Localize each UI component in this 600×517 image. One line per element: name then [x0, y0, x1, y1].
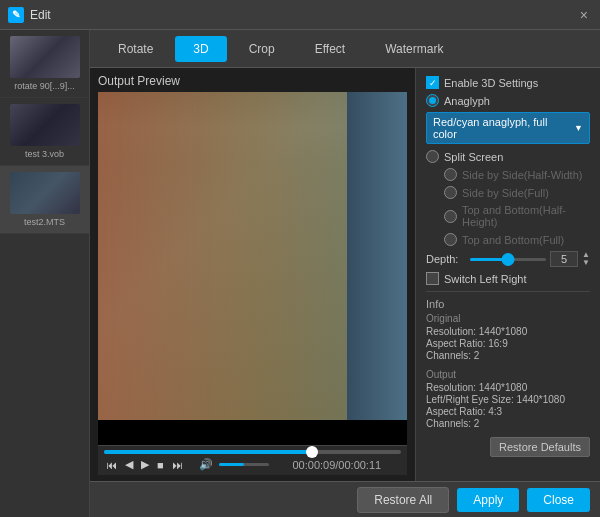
anaglyph-option-text: Red/cyan anaglyph, full color [433, 116, 574, 140]
progress-track[interactable] [104, 450, 401, 454]
original-subtitle: Original [426, 313, 590, 324]
side-full-label: Side by Side(Full) [462, 187, 549, 199]
settings-panel: Enable 3D Settings Anaglyph Red/cyan ana… [415, 68, 600, 481]
preview-label: Output Preview [98, 74, 407, 88]
sidebar-item-1[interactable]: test 3.vob [0, 98, 89, 166]
play-button[interactable]: ▶ [139, 458, 151, 471]
stop-button[interactable]: ■ [155, 459, 166, 471]
output-resolution: Resolution: 1440*1080 [426, 382, 590, 393]
anaglyph-dropdown[interactable]: Red/cyan anaglyph, full color ▼ [426, 112, 590, 144]
switch-lr-label: Switch Left Right [444, 273, 527, 285]
split-screen-radio[interactable] [426, 150, 439, 163]
title-bar: ✎ Edit × [0, 0, 600, 30]
output-aspect: Aspect Ratio: 4:3 [426, 406, 590, 417]
anaglyph-radio[interactable] [426, 94, 439, 107]
content-area: Rotate 3D Crop Effect Watermark Output P… [90, 30, 600, 517]
app-icon: ✎ [8, 7, 24, 23]
spin-down-button[interactable]: ▼ [582, 259, 590, 267]
sidebar-label-1: test 3.vob [4, 149, 85, 159]
enable-3d-row: Enable 3D Settings [426, 76, 590, 89]
tab-3d[interactable]: 3D [175, 36, 226, 62]
anaglyph-row: Anaglyph [426, 94, 590, 107]
depth-thumb [502, 253, 515, 266]
volume-track[interactable] [219, 463, 269, 466]
sidebar: rotate 90[...9]... test 3.vob test2.MTS [0, 30, 90, 517]
anaglyph-label: Anaglyph [444, 95, 490, 107]
thumb-1 [10, 104, 80, 146]
switch-lr-row: Switch Left Right [426, 272, 590, 285]
tab-crop[interactable]: Crop [231, 36, 293, 62]
divider-1 [426, 291, 590, 292]
enable-3d-checkbox[interactable] [426, 76, 439, 89]
preview-panel: Output Preview [90, 68, 415, 481]
anaglyph-overlay [98, 92, 407, 445]
top-half-row: Top and Bottom(Half-Height) [426, 204, 590, 228]
depth-spin: ▲ ▼ [582, 251, 590, 267]
top-half-radio[interactable] [444, 210, 457, 223]
side-half-row: Side by Side(Half-Width) [426, 168, 590, 181]
restore-defaults-container: Restore Defaults [426, 437, 590, 463]
thumb-image-2 [10, 172, 80, 214]
tabs-bar: Rotate 3D Crop Effect Watermark [90, 30, 600, 68]
top-half-label: Top and Bottom(Half-Height) [462, 204, 590, 228]
side-full-radio[interactable] [444, 186, 457, 199]
info-title: Info [426, 298, 590, 310]
original-aspect: Aspect Ratio: 16:9 [426, 338, 590, 349]
tab-watermark[interactable]: Watermark [367, 36, 461, 62]
thumb-2 [10, 172, 80, 214]
volume-fill [219, 463, 244, 466]
volume-area: 🔊 [197, 458, 269, 471]
tab-effect[interactable]: Effect [297, 36, 363, 62]
close-button-bottom[interactable]: Close [527, 488, 590, 512]
switch-lr-checkbox[interactable] [426, 272, 439, 285]
skip-start-button[interactable]: ⏮ [104, 459, 119, 471]
top-full-label: Top and Bottom(Full) [462, 234, 564, 246]
volume-icon[interactable]: 🔊 [197, 458, 215, 471]
thumb-image-1 [10, 104, 80, 146]
work-area: Output Preview [90, 68, 600, 481]
black-bar-bottom [98, 420, 407, 445]
output-eye-size: Left/Right Eye Size: 1440*1080 [426, 394, 590, 405]
bottom-bar: Restore All Apply Close [90, 481, 600, 517]
info-section: Info Original Resolution: 1440*1080 Aspe… [426, 298, 590, 361]
top-full-row: Top and Bottom(Full) [426, 233, 590, 246]
tab-rotate[interactable]: Rotate [100, 36, 171, 62]
progress-thumb [306, 446, 318, 458]
output-section: Output Resolution: 1440*1080 Left/Right … [426, 369, 590, 429]
playback-bar: ⏮ ◀ ▶ ■ ⏭ 🔊 00:00:09/00:00:11 [98, 445, 407, 475]
split-screen-row: Split Screen [426, 150, 590, 163]
prev-frame-button[interactable]: ◀ [123, 458, 135, 471]
original-channels: Channels: 2 [426, 350, 590, 361]
video-content [98, 92, 407, 445]
thumb-0 [10, 36, 80, 78]
main-container: rotate 90[...9]... test 3.vob test2.MTS … [0, 30, 600, 517]
progress-fill [104, 450, 312, 454]
original-resolution: Resolution: 1440*1080 [426, 326, 590, 337]
apply-button[interactable]: Apply [457, 488, 519, 512]
split-screen-label: Split Screen [444, 151, 503, 163]
sidebar-item-2[interactable]: test2.MTS [0, 166, 89, 234]
depth-slider[interactable] [470, 258, 546, 261]
time-display: 00:00:09/00:00:11 [273, 459, 401, 471]
skip-end-button[interactable]: ⏭ [170, 459, 185, 471]
close-button[interactable]: × [576, 7, 592, 23]
restore-all-button[interactable]: Restore All [357, 487, 449, 513]
depth-row: Depth: ▲ ▼ [426, 251, 590, 267]
depth-label: Depth: [426, 253, 466, 265]
top-full-radio[interactable] [444, 233, 457, 246]
sidebar-label-0: rotate 90[...9]... [4, 81, 85, 91]
controls-row: ⏮ ◀ ▶ ■ ⏭ 🔊 00:00:09/00:00:11 [104, 458, 401, 471]
enable-3d-label: Enable 3D Settings [444, 77, 538, 89]
output-subtitle: Output [426, 369, 590, 380]
video-preview [98, 92, 407, 445]
side-half-label: Side by Side(Half-Width) [462, 169, 582, 181]
restore-defaults-button[interactable]: Restore Defaults [490, 437, 590, 457]
side-half-radio[interactable] [444, 168, 457, 181]
sidebar-item-0[interactable]: rotate 90[...9]... [0, 30, 89, 98]
output-channels: Channels: 2 [426, 418, 590, 429]
side-full-row: Side by Side(Full) [426, 186, 590, 199]
depth-input[interactable] [550, 251, 578, 267]
thumb-image-0 [10, 36, 80, 78]
sidebar-label-2: test2.MTS [4, 217, 85, 227]
dropdown-arrow-icon: ▼ [574, 123, 583, 133]
